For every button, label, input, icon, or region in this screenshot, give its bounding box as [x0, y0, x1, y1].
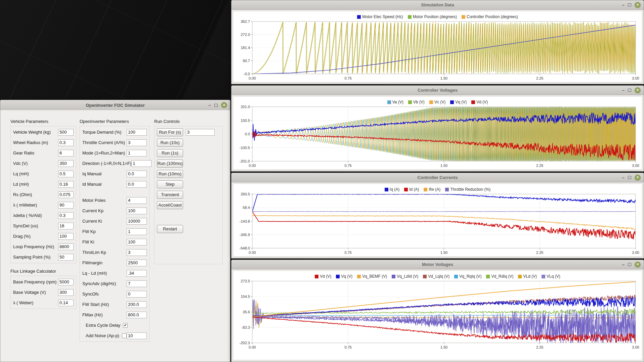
transient-button[interactable]: Transient — [157, 191, 183, 199]
parameter-input[interactable] — [127, 291, 147, 298]
parameter-label: Rs (Ohm) — [13, 192, 58, 197]
close-button[interactable]: ✕ — [221, 102, 227, 108]
legend-label: Vd_RdIq (V) — [491, 274, 513, 279]
parameter-input[interactable] — [127, 218, 147, 225]
parameter-row: Lq - Ld (mH) — [82, 268, 147, 278]
parameter-input[interactable] — [58, 191, 74, 198]
parameter-input[interactable] — [58, 243, 74, 250]
legend-label: Iq (A) — [390, 187, 399, 192]
parameter-input[interactable] — [127, 150, 147, 156]
parameter-input[interactable] — [58, 160, 74, 167]
parameter-input[interactable] — [58, 300, 74, 306]
parameter-input[interactable] — [127, 280, 147, 287]
parameter-input[interactable] — [58, 212, 74, 219]
minimize-button[interactable]: – — [622, 4, 625, 6]
chart-canvas: 201.0100.50.0-100.5-201.00.000.751.502.2… — [233, 105, 642, 169]
legend-item: Vq_LdId (V) — [392, 274, 418, 279]
legend-swatch — [423, 275, 427, 278]
run-10s-button[interactable]: Run (10s) — [157, 139, 183, 147]
close-button[interactable]: ✕ — [635, 87, 641, 93]
add-noise-ap-p-checkbox[interactable] — [122, 333, 127, 338]
parameter-input[interactable] — [58, 254, 74, 261]
maximize-icon — [628, 3, 631, 6]
close-button[interactable]: ✕ — [635, 2, 641, 8]
parameter-input[interactable] — [58, 233, 74, 240]
close-button[interactable]: ✕ — [635, 262, 641, 268]
restart-button[interactable]: Restart — [157, 225, 183, 233]
run-row: Run (10ms) — [157, 169, 220, 179]
window-titlebar[interactable]: Controller Voltages–✕ — [231, 86, 644, 95]
parameter-label: Sampling Point (%) — [13, 255, 58, 260]
parameter-input[interactable] — [58, 139, 74, 146]
legend-swatch — [450, 100, 454, 104]
parameter-label: Base Frequency (rpm) — [13, 279, 58, 284]
noise-amplitude-input[interactable] — [127, 332, 147, 339]
parameter-input[interactable] — [127, 228, 147, 235]
parameter-label: Vdc (V) — [13, 161, 58, 166]
close-button[interactable]: ✕ — [635, 175, 641, 181]
chart-canvas: 273.5154.535.6-83.3-202.30.000.751.502.2… — [233, 280, 642, 351]
parameter-row: Current Ki — [82, 216, 147, 226]
parameter-label: Direction (-1=R,0=N,1=F) — [82, 161, 131, 166]
minimize-button[interactable]: – — [622, 264, 625, 266]
window-titlebar[interactable]: Controller Currents–✕ — [231, 173, 644, 182]
y-tick-label: -100.5 — [240, 146, 250, 150]
x-tick-label: 1.50 — [440, 164, 447, 168]
run-1s-button[interactable]: Run (1s) — [157, 149, 183, 157]
maximize-button[interactable] — [628, 263, 631, 266]
parameter-label: Motor Poles — [82, 198, 127, 203]
parameter-input[interactable] — [127, 208, 147, 214]
parameter-input[interactable] — [127, 181, 147, 188]
parameter-row: ThrotLim Kp — [82, 247, 147, 258]
parameter-input[interactable] — [127, 171, 147, 177]
maximize-button[interactable] — [628, 89, 631, 92]
parameter-input[interactable] — [127, 270, 147, 277]
step-button[interactable]: Step — [157, 180, 183, 188]
parameter-label: Current Ki — [82, 219, 127, 224]
parameter-input[interactable] — [58, 171, 74, 177]
legend-label: Vd (V) — [320, 274, 331, 279]
run-for-button[interactable]: Run For (s) — [157, 128, 183, 136]
parameter-input[interactable] — [58, 129, 74, 136]
run-row: Run (10s) — [157, 137, 220, 148]
run-row: Accel/Coast — [157, 200, 220, 210]
parameter-label: Loop Frequency (Hz) — [13, 244, 58, 249]
legend-item: Vq_RqIq (V) — [454, 274, 481, 279]
window-titlebar[interactable]: OpenInverter FOC Simulator – ✕ — [0, 100, 230, 110]
window-title: OpenInverter FOC Simulator — [86, 103, 145, 108]
run-100ms-button[interactable]: Run (100ms) — [157, 160, 183, 168]
parameter-input[interactable] — [58, 289, 74, 296]
parameter-input[interactable] — [127, 249, 147, 256]
parameter-input[interactable] — [58, 279, 74, 285]
parameter-input[interactable] — [127, 312, 147, 318]
parameter-input[interactable] — [131, 160, 152, 167]
parameter-input[interactable] — [127, 260, 147, 266]
minimize-button[interactable]: – — [622, 177, 625, 179]
maximize-button[interactable] — [628, 3, 631, 6]
openinverter-parameters-frame: Torque Demand (%)Throttle Current (A/%)M… — [80, 126, 149, 342]
minimize-button[interactable]: – — [208, 104, 211, 106]
parameter-input[interactable] — [127, 197, 147, 204]
parameter-input[interactable] — [58, 150, 74, 156]
run-for-input[interactable] — [186, 129, 215, 136]
parameter-input[interactable] — [58, 223, 74, 229]
minimize-button[interactable]: – — [622, 89, 625, 91]
window-title: Controller Currents — [418, 175, 458, 180]
window-title: Simulation Data — [421, 2, 454, 7]
parameter-row: Throttle Current (A/%) — [82, 137, 147, 148]
parameter-input[interactable] — [127, 129, 147, 136]
parameter-input[interactable] — [58, 181, 74, 188]
legend-label: Throttle Reduction (%) — [450, 187, 490, 192]
x-tick-label: 1.50 — [440, 345, 447, 349]
accel-coast-button[interactable]: Accel/Coast — [157, 201, 183, 209]
run-10ms-button[interactable]: Run (10ms) — [157, 170, 183, 178]
window-titlebar[interactable]: Motor Voltages–✕ — [231, 260, 644, 269]
extra-cycle-delay-checkbox[interactable]: ✔ — [123, 323, 128, 328]
parameter-input[interactable] — [127, 139, 147, 146]
parameter-input[interactable] — [127, 301, 147, 308]
maximize-button[interactable] — [214, 104, 218, 107]
window-titlebar[interactable]: Simulation Data–✕ — [231, 0, 644, 10]
parameter-input[interactable] — [127, 239, 147, 245]
parameter-input[interactable] — [58, 202, 74, 209]
maximize-button[interactable] — [628, 176, 631, 179]
